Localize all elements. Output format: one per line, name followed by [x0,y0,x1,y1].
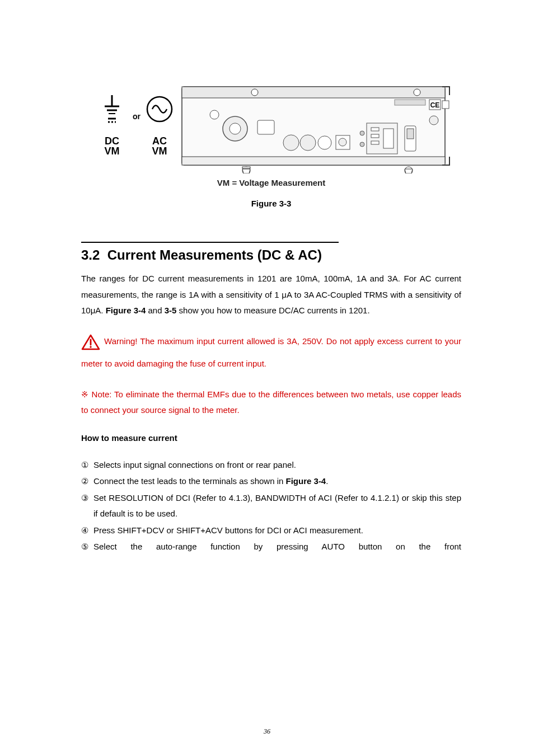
svg-rect-41 [182,157,445,165]
warning-paragraph: Warning! The maximum input current allow… [81,334,461,372]
svg-point-28 [318,136,331,149]
svg-text:CE: CE [430,101,439,109]
list-item: ⑤ Select the auto-range function by pres… [81,539,461,555]
svg-point-32 [360,131,364,135]
svg-rect-37 [383,129,394,148]
svg-point-40 [429,116,438,125]
svg-text:AC: AC [152,135,167,147]
svg-point-16 [251,89,258,96]
list-item: ② Connect the test leads to the terminal… [81,473,461,489]
svg-text:DC: DC [105,135,119,147]
svg-rect-18 [395,100,425,105]
svg-rect-43 [242,167,250,168]
svg-point-17 [414,89,420,96]
svg-text:VM: VM [104,145,119,157]
svg-text:or: or [133,112,141,121]
svg-rect-21 [442,101,449,109]
svg-rect-34 [371,128,379,131]
svg-rect-35 [371,134,379,138]
svg-point-26 [283,135,299,151]
list-num-2: ② [81,473,93,489]
svg-rect-36 [371,141,379,144]
section-number: 3.2 [81,247,100,262]
svg-rect-15 [182,87,445,98]
steps-list: ① Selects input signal connections on fr… [81,457,461,555]
section-divider [81,242,339,243]
note-paragraph: ※ Note: To eliminate the thermal EMFs du… [81,387,461,419]
vm-caption: VM = Voltage Measurement [81,178,461,187]
svg-point-30 [339,138,346,146]
list-num-5: ⑤ [81,539,93,555]
section-heading: 3.2 Current Measurements (DC & AC) [81,247,461,263]
list-num-1: ① [81,457,93,473]
svg-point-27 [300,135,316,151]
svg-point-46 [90,346,91,348]
list-num-4: ④ [81,523,93,538]
svg-rect-39 [407,129,414,139]
list-item: ① Selects input signal connections on fr… [81,457,461,473]
device-diagram: DC VM or AC VM [92,67,451,173]
svg-text:VM: VM [152,145,167,157]
figure-3-3: DC VM or AC VM [81,67,461,187]
svg-point-33 [360,142,364,147]
svg-rect-25 [257,120,274,134]
figure-label: Figure 3-3 [81,199,461,208]
intro-paragraph: The ranges for DC current measurements i… [81,271,461,319]
list-num-3: ③ [81,490,93,522]
svg-point-24 [229,123,241,134]
howto-heading: How to measure current [81,433,461,443]
list-item: ③ Set RESOLUTION of DCI (Refer to 4.1.3)… [81,490,461,522]
page-number: 36 [0,727,534,736]
warning-icon [81,334,100,356]
svg-point-22 [210,110,219,119]
section-title: Current Measurements (DC & AC) [107,247,322,262]
list-item: ④ Press SHIFT+DCV or SHIFT+ACV buttons f… [81,523,461,538]
